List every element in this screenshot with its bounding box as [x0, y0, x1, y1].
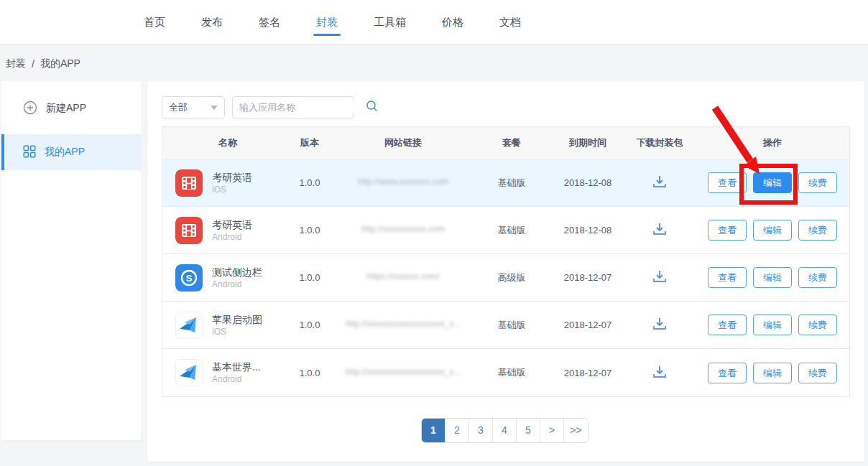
table-header: 名称 版本 网站链接 套餐 到期时间 下载封装包 操作	[162, 127, 849, 159]
app-name: 基本世界...	[212, 360, 261, 373]
breadcrumb-separator: /	[32, 58, 34, 70]
breadcrumb: 封装 / 我的APP	[6, 57, 80, 70]
download-icon[interactable]	[651, 221, 668, 239]
app-plan: 基础版	[471, 366, 552, 379]
page-last[interactable]: >>	[564, 419, 588, 442]
sidebar-item-label: 新建APP	[46, 102, 86, 115]
top-nav: 首页 发布 签名 封装 工具箱 价格 文档	[0, 0, 868, 45]
origami-bird-app-icon	[175, 359, 203, 386]
download-icon[interactable]	[651, 364, 668, 382]
app-version: 1.0.0	[285, 320, 335, 330]
search-icon[interactable]	[366, 100, 378, 115]
sidebar-item-label: 我的APP	[45, 146, 85, 159]
view-button[interactable]: 查看	[708, 363, 747, 383]
app-version: 1.0.0	[285, 368, 335, 378]
edit-button[interactable]: 编辑	[753, 220, 792, 241]
page-5[interactable]: 5	[517, 419, 540, 442]
col-download: 下载封装包	[624, 136, 696, 149]
renew-button[interactable]: 续费	[798, 172, 837, 193]
app-url-masked: http://www.xxxxxxx.com	[358, 177, 449, 187]
app-name-cell: S 测试侧边栏 Android	[162, 264, 285, 292]
app-expiry: 2018-12-08	[552, 225, 624, 236]
table-row: S 测试侧边栏 Android 1.0.0 https://xxxxxx.com…	[162, 254, 849, 302]
page-next[interactable]: >	[540, 419, 564, 442]
main-content: 全部 名称 版本 网站链接 套餐 到期时间 下载封装包 操作 考研英语	[147, 81, 864, 462]
origami-bird-app-icon	[175, 312, 203, 339]
filter-dropdown[interactable]: 全部	[162, 96, 225, 118]
app-name-cell: 苹果启动图 iOS	[162, 312, 285, 339]
app-name-cell: 考研英语 iOS	[162, 169, 285, 197]
s-compass-app-icon: S	[175, 264, 203, 292]
renew-button[interactable]: 续费	[798, 267, 837, 288]
table-row: 苹果启动图 iOS 1.0.0 http://xxxxxxxxxxxxxxxxx…	[162, 302, 849, 349]
app-version: 1.0.0	[285, 225, 335, 236]
page-2[interactable]: 2	[445, 419, 469, 442]
chevron-down-icon	[211, 106, 218, 110]
renew-button[interactable]: 续费	[798, 314, 837, 335]
nav-item-home[interactable]: 首页	[144, 0, 165, 45]
col-name: 名称	[162, 136, 285, 149]
app-name: 考研英语	[212, 171, 252, 184]
sidebar: 新建APP 我的APP	[1, 81, 141, 440]
app-name: 测试侧边栏	[212, 266, 262, 279]
breadcrumb-package[interactable]: 封装	[6, 57, 26, 70]
renew-button[interactable]: 续费	[798, 220, 837, 241]
edit-button[interactable]: 编辑	[753, 363, 792, 383]
nav-item-price[interactable]: 价格	[442, 0, 463, 45]
toolbar: 全部	[162, 96, 354, 118]
app-url-masked: http://xxxxxxxxxxxxxxxxxx_x...	[346, 319, 461, 329]
view-button[interactable]: 查看	[708, 267, 747, 288]
app-plan: 高级版	[471, 271, 552, 284]
nav-item-publish[interactable]: 发布	[201, 0, 223, 45]
app-name: 考研英语	[212, 218, 252, 231]
page-1[interactable]: 1	[422, 419, 445, 442]
col-expiry: 到期时间	[552, 136, 624, 149]
app-platform: Android	[212, 373, 261, 385]
app-expiry: 2018-12-07	[552, 368, 624, 378]
search-input[interactable]	[239, 102, 366, 113]
edit-button[interactable]: 编辑	[753, 314, 792, 335]
download-icon[interactable]	[651, 174, 668, 192]
app-platform: iOS	[212, 184, 252, 195]
download-icon[interactable]	[651, 316, 668, 334]
app-platform: iOS	[212, 326, 262, 337]
edit-button[interactable]: 编辑	[753, 172, 792, 193]
app-url-masked: https://xxxxxx.com/	[366, 271, 439, 281]
plus-circle-icon	[23, 101, 37, 117]
col-plan: 套餐	[471, 136, 552, 149]
app-name-cell: 考研英语 Android	[162, 217, 285, 244]
nav-item-docs[interactable]: 文档	[499, 0, 521, 45]
renew-button[interactable]: 续费	[798, 363, 837, 383]
app-plan: 基础版	[471, 177, 552, 190]
col-version: 版本	[285, 136, 335, 149]
page-4[interactable]: 4	[493, 419, 517, 442]
table-row: 考研英语 iOS 1.0.0 http://www.xxxxxxx.com 基础…	[162, 159, 849, 207]
app-expiry: 2018-12-07	[552, 320, 624, 330]
app-name-cell: 基本世界... Android	[162, 359, 285, 386]
film-app-icon	[175, 169, 203, 197]
svg-text:S: S	[186, 273, 193, 284]
filter-value: 全部	[169, 101, 188, 114]
download-icon[interactable]	[651, 269, 668, 286]
page-3[interactable]: 3	[469, 419, 493, 442]
app-table: 名称 版本 网站链接 套餐 到期时间 下载封装包 操作 考研英语 iOS 1.0…	[162, 126, 850, 397]
breadcrumb-my-app: 我的APP	[40, 57, 80, 70]
sidebar-item-my-app[interactable]: 我的APP	[1, 134, 141, 170]
grid-icon	[23, 145, 36, 160]
nav-item-toolbox[interactable]: 工具箱	[374, 0, 406, 45]
app-expiry: 2018-12-08	[552, 177, 624, 188]
nav-item-sign[interactable]: 签名	[259, 0, 280, 45]
view-button[interactable]: 查看	[708, 220, 747, 241]
app-name: 苹果启动图	[212, 313, 262, 326]
app-expiry: 2018-12-07	[552, 272, 624, 283]
sidebar-item-new-app[interactable]: 新建APP	[1, 93, 141, 124]
film-app-icon	[175, 217, 203, 244]
view-button[interactable]: 查看	[708, 314, 747, 335]
app-plan: 基础版	[471, 224, 552, 237]
edit-button[interactable]: 编辑	[753, 267, 792, 288]
nav-item-package[interactable]: 封装	[316, 0, 338, 45]
col-url: 网站链接	[335, 136, 471, 149]
app-url-masked: http://xxxxxxxxxxxxxxxxxx_x...	[346, 367, 461, 377]
view-button[interactable]: 查看	[708, 172, 747, 193]
table-row: 考研英语 Android 1.0.0 http://xxxxxxxxxx.com…	[162, 207, 849, 254]
